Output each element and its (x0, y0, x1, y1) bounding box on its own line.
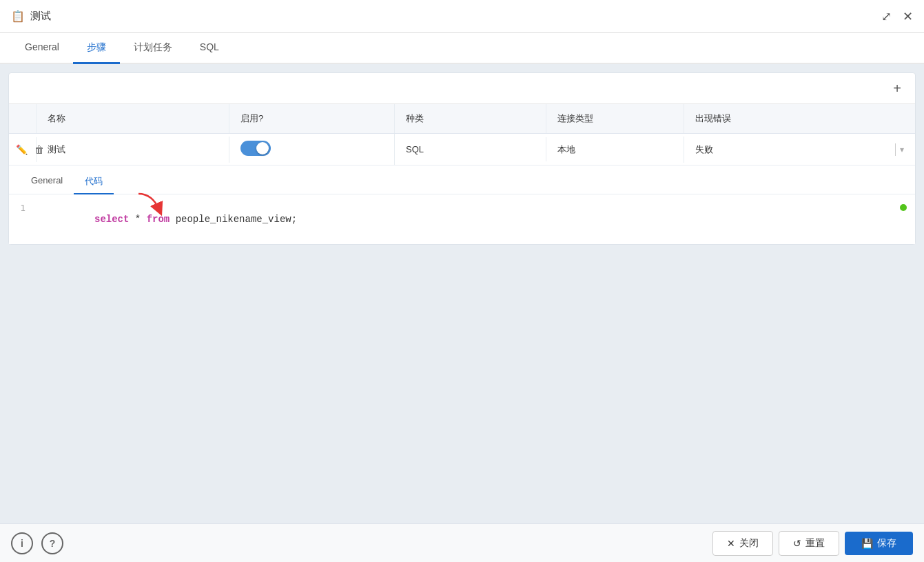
title-actions: ⤢ ✕ (881, 9, 913, 24)
code-line-1: 1 select * from people_nikename_view; (9, 201, 915, 237)
table-row: ✏️ 🗑 测试 SQL 本地 失败 ▾ (9, 134, 915, 165)
status-dot (900, 204, 907, 211)
help-button[interactable]: ? (41, 532, 63, 554)
line-number: 1 (9, 203, 37, 213)
sub-tabs: General 代码 (9, 165, 915, 194)
footer: i ? ✕ 关闭 ↺ 重置 💾 保存 (0, 523, 924, 562)
title-text: 测试 (30, 10, 51, 23)
title-section: 📋 测试 (11, 10, 51, 23)
tab-general[interactable]: General (11, 33, 73, 64)
footer-right: ✕ 关闭 ↺ 重置 💾 保存 (712, 531, 913, 556)
save-label: 保存 (877, 537, 896, 550)
title-icon: 📋 (11, 10, 25, 23)
code-area: 1 select * from people_nikename_view; (9, 194, 915, 244)
code-star: * (129, 214, 146, 225)
row-action-cell: ✏️ 🗑 (9, 137, 37, 162)
th-enabled: 启用? (229, 104, 395, 133)
close-label: 关闭 (739, 537, 759, 550)
toolbar-row: + (9, 73, 915, 104)
title-bar: 📋 测试 ⤢ ✕ (0, 0, 924, 33)
toggle-enabled[interactable] (240, 141, 271, 156)
separator (895, 143, 896, 156)
close-x-icon: ✕ (727, 538, 735, 549)
cell-type: SQL (395, 137, 546, 161)
expand-icon[interactable]: ⤢ (881, 9, 892, 24)
reset-label: 重置 (805, 537, 825, 550)
tab-steps[interactable]: 步骤 (73, 33, 120, 64)
cell-name: 测试 (37, 137, 229, 163)
main-content: + 名称 启用? 种类 连接类型 出现错误 ✏️ 🗑 测试 SQL 本地 (0, 64, 924, 523)
th-actions (9, 104, 37, 133)
cell-error: 失败 ▾ (684, 137, 915, 163)
sub-tab-general[interactable]: General (20, 170, 74, 194)
error-dropdown[interactable]: 失败 ▾ (695, 143, 904, 156)
keyword-select: select (94, 214, 129, 225)
chevron-down-icon[interactable]: ▾ (900, 145, 904, 154)
reset-icon: ↺ (793, 538, 801, 549)
edit-icon[interactable]: ✏️ (16, 144, 28, 155)
steps-panel: + 名称 启用? 种类 连接类型 出现错误 ✏️ 🗑 测试 SQL 本地 (8, 72, 916, 245)
th-connection: 连接类型 (546, 104, 684, 133)
reset-button[interactable]: ↺ 重置 (779, 531, 839, 556)
table-header: 名称 启用? 种类 连接类型 出现错误 (9, 104, 915, 134)
info-button[interactable]: i (11, 532, 33, 554)
tab-sql[interactable]: SQL (186, 33, 233, 64)
th-type: 种类 (395, 104, 546, 133)
close-window-icon[interactable]: ✕ (903, 9, 913, 24)
save-button[interactable]: 💾 保存 (845, 532, 913, 555)
error-value: 失败 (695, 143, 713, 156)
footer-left: i ? (11, 532, 63, 554)
nav-tabs: General 步骤 计划任务 SQL (0, 33, 924, 64)
keyword-from: from (147, 214, 170, 225)
th-error: 出现错误 (684, 104, 915, 133)
add-step-button[interactable]: + (887, 79, 907, 98)
code-rest: people_nikename_view; (170, 214, 297, 225)
code-content[interactable]: select * from people_nikename_view; (37, 203, 297, 236)
cell-enabled[interactable] (229, 134, 395, 165)
close-button[interactable]: ✕ 关闭 (712, 531, 773, 556)
cell-connection: 本地 (546, 137, 684, 163)
th-name: 名称 (37, 104, 229, 133)
sub-tab-code[interactable]: 代码 (74, 170, 114, 194)
tab-scheduled[interactable]: 计划任务 (120, 33, 186, 64)
save-icon: 💾 (861, 538, 873, 549)
